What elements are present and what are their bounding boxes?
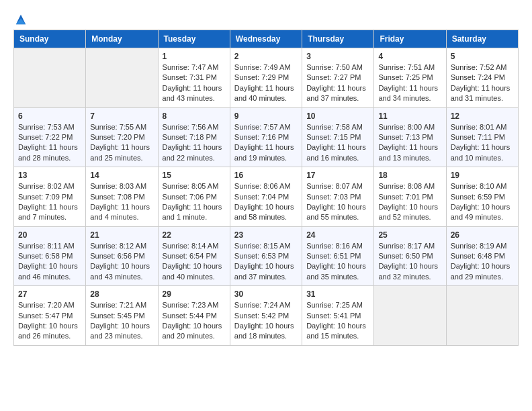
day-info: Sunrise: 7:21 AMSunset: 5:45 PMDaylight:… — [90, 300, 153, 342]
logo-icon — [15, 13, 27, 26]
day-info: Sunrise: 8:17 AMSunset: 6:50 PMDaylight:… — [378, 241, 441, 283]
calendar-cell: 29Sunrise: 7:23 AMSunset: 5:44 PMDayligh… — [158, 286, 230, 346]
day-number: 28 — [90, 289, 153, 299]
day-info: Sunrise: 7:52 AMSunset: 7:24 PMDaylight:… — [451, 62, 514, 104]
day-number: 19 — [451, 171, 514, 180]
calendar-cell: 13Sunrise: 8:02 AMSunset: 7:09 PMDayligh… — [14, 167, 86, 227]
day-info: Sunrise: 8:11 AMSunset: 6:58 PMDaylight:… — [18, 241, 81, 283]
day-number: 31 — [306, 289, 369, 299]
day-info: Sunrise: 7:23 AMSunset: 5:44 PMDaylight:… — [163, 300, 226, 342]
day-info: Sunrise: 8:06 AMSunset: 7:04 PMDaylight:… — [234, 181, 298, 223]
day-info: Sunrise: 8:01 AMSunset: 7:11 PMDaylight:… — [451, 122, 514, 164]
weekday-header-thursday: Thursday — [302, 30, 374, 48]
day-number: 25 — [378, 230, 441, 240]
day-info: Sunrise: 8:19 AMSunset: 6:48 PMDaylight:… — [451, 241, 514, 283]
calendar-cell: 3Sunrise: 7:50 AMSunset: 7:27 PMDaylight… — [302, 48, 374, 108]
day-number: 2 — [234, 52, 298, 61]
day-number: 4 — [378, 52, 441, 61]
day-info: Sunrise: 7:24 AMSunset: 5:42 PMDaylight:… — [234, 300, 298, 342]
day-number: 22 — [163, 230, 226, 240]
calendar-cell — [374, 286, 446, 346]
calendar-cell: 10Sunrise: 7:58 AMSunset: 7:15 PMDayligh… — [302, 107, 374, 167]
day-number: 11 — [378, 111, 441, 121]
week-row-4: 20Sunrise: 8:11 AMSunset: 6:58 PMDayligh… — [14, 226, 519, 286]
week-row-1: 1Sunrise: 7:47 AMSunset: 7:31 PMDaylight… — [14, 48, 519, 108]
calendar-cell: 23Sunrise: 8:15 AMSunset: 6:53 PMDayligh… — [230, 226, 302, 286]
day-info: Sunrise: 7:47 AMSunset: 7:31 PMDaylight:… — [163, 62, 226, 104]
calendar-cell: 27Sunrise: 7:20 AMSunset: 5:47 PMDayligh… — [14, 286, 86, 346]
calendar-cell: 25Sunrise: 8:17 AMSunset: 6:50 PMDayligh… — [374, 226, 446, 286]
weekday-header-tuesday: Tuesday — [158, 30, 230, 48]
calendar-cell: 19Sunrise: 8:10 AMSunset: 6:59 PMDayligh… — [446, 167, 518, 227]
day-number: 5 — [451, 52, 514, 61]
week-row-2: 6Sunrise: 7:53 AMSunset: 7:22 PMDaylight… — [14, 107, 519, 167]
calendar-cell: 2Sunrise: 7:49 AMSunset: 7:29 PMDaylight… — [230, 48, 302, 108]
day-info: Sunrise: 8:03 AMSunset: 7:08 PMDaylight:… — [90, 181, 153, 223]
calendar-cell: 5Sunrise: 7:52 AMSunset: 7:24 PMDaylight… — [446, 48, 518, 108]
day-number: 6 — [18, 111, 81, 121]
day-info: Sunrise: 8:12 AMSunset: 6:56 PMDaylight:… — [90, 241, 153, 283]
logo — [13, 13, 27, 23]
day-info: Sunrise: 7:25 AMSunset: 5:41 PMDaylight:… — [306, 300, 369, 342]
calendar-cell: 26Sunrise: 8:19 AMSunset: 6:48 PMDayligh… — [446, 226, 518, 286]
svg-marker-1 — [16, 18, 26, 24]
weekday-header-friday: Friday — [374, 30, 446, 48]
calendar-cell: 14Sunrise: 8:03 AMSunset: 7:08 PMDayligh… — [86, 167, 158, 227]
day-number: 21 — [90, 230, 153, 240]
day-info: Sunrise: 7:53 AMSunset: 7:22 PMDaylight:… — [18, 122, 81, 164]
day-number: 20 — [18, 230, 81, 240]
calendar-cell: 21Sunrise: 8:12 AMSunset: 6:56 PMDayligh… — [86, 226, 158, 286]
day-number: 7 — [90, 111, 153, 121]
week-row-5: 27Sunrise: 7:20 AMSunset: 5:47 PMDayligh… — [14, 286, 519, 346]
day-info: Sunrise: 8:02 AMSunset: 7:09 PMDaylight:… — [18, 181, 81, 223]
page-header — [13, 13, 519, 23]
calendar-cell: 16Sunrise: 8:06 AMSunset: 7:04 PMDayligh… — [230, 167, 302, 227]
calendar-cell: 22Sunrise: 8:14 AMSunset: 6:54 PMDayligh… — [158, 226, 230, 286]
day-number: 15 — [163, 171, 226, 180]
calendar-table: SundayMondayTuesdayWednesdayThursdayFrid… — [13, 30, 519, 346]
weekday-header-saturday: Saturday — [446, 30, 518, 48]
day-number: 8 — [163, 111, 226, 121]
day-number: 26 — [451, 230, 514, 240]
day-number: 9 — [234, 111, 298, 121]
day-number: 10 — [306, 111, 369, 121]
day-info: Sunrise: 8:15 AMSunset: 6:53 PMDaylight:… — [234, 241, 298, 283]
day-number: 13 — [18, 171, 81, 180]
day-number: 1 — [163, 52, 226, 61]
calendar-cell: 1Sunrise: 7:47 AMSunset: 7:31 PMDaylight… — [158, 48, 230, 108]
day-number: 29 — [163, 289, 226, 299]
calendar-cell: 6Sunrise: 7:53 AMSunset: 7:22 PMDaylight… — [14, 107, 86, 167]
day-number: 17 — [306, 171, 369, 180]
day-info: Sunrise: 8:07 AMSunset: 7:03 PMDaylight:… — [306, 181, 369, 223]
calendar-cell: 4Sunrise: 7:51 AMSunset: 7:25 PMDaylight… — [374, 48, 446, 108]
calendar-cell: 20Sunrise: 8:11 AMSunset: 6:58 PMDayligh… — [14, 226, 86, 286]
weekday-header-row: SundayMondayTuesdayWednesdayThursdayFrid… — [14, 30, 519, 48]
calendar-cell: 12Sunrise: 8:01 AMSunset: 7:11 PMDayligh… — [446, 107, 518, 167]
day-number: 3 — [306, 52, 369, 61]
weekday-header-wednesday: Wednesday — [230, 30, 302, 48]
day-info: Sunrise: 7:50 AMSunset: 7:27 PMDaylight:… — [306, 62, 369, 104]
calendar-cell: 31Sunrise: 7:25 AMSunset: 5:41 PMDayligh… — [302, 286, 374, 346]
day-info: Sunrise: 7:56 AMSunset: 7:18 PMDaylight:… — [163, 122, 226, 164]
day-info: Sunrise: 8:00 AMSunset: 7:13 PMDaylight:… — [378, 122, 441, 164]
calendar-cell — [86, 48, 158, 108]
weekday-header-monday: Monday — [86, 30, 158, 48]
day-info: Sunrise: 8:10 AMSunset: 6:59 PMDaylight:… — [451, 181, 514, 223]
day-info: Sunrise: 7:20 AMSunset: 5:47 PMDaylight:… — [18, 300, 81, 342]
day-number: 24 — [306, 230, 369, 240]
calendar-cell: 24Sunrise: 8:16 AMSunset: 6:51 PMDayligh… — [302, 226, 374, 286]
day-info: Sunrise: 8:14 AMSunset: 6:54 PMDaylight:… — [163, 241, 226, 283]
calendar-cell: 9Sunrise: 7:57 AMSunset: 7:16 PMDaylight… — [230, 107, 302, 167]
day-number: 12 — [451, 111, 514, 121]
calendar-cell: 15Sunrise: 8:05 AMSunset: 7:06 PMDayligh… — [158, 167, 230, 227]
calendar-cell — [446, 286, 518, 346]
day-number: 30 — [234, 289, 298, 299]
weekday-header-sunday: Sunday — [14, 30, 86, 48]
calendar-cell: 28Sunrise: 7:21 AMSunset: 5:45 PMDayligh… — [86, 286, 158, 346]
day-info: Sunrise: 7:58 AMSunset: 7:15 PMDaylight:… — [306, 122, 369, 164]
calendar-cell: 30Sunrise: 7:24 AMSunset: 5:42 PMDayligh… — [230, 286, 302, 346]
day-info: Sunrise: 7:51 AMSunset: 7:25 PMDaylight:… — [378, 62, 441, 104]
calendar-cell: 18Sunrise: 8:08 AMSunset: 7:01 PMDayligh… — [374, 167, 446, 227]
calendar-cell: 8Sunrise: 7:56 AMSunset: 7:18 PMDaylight… — [158, 107, 230, 167]
day-info: Sunrise: 8:05 AMSunset: 7:06 PMDaylight:… — [163, 181, 226, 223]
